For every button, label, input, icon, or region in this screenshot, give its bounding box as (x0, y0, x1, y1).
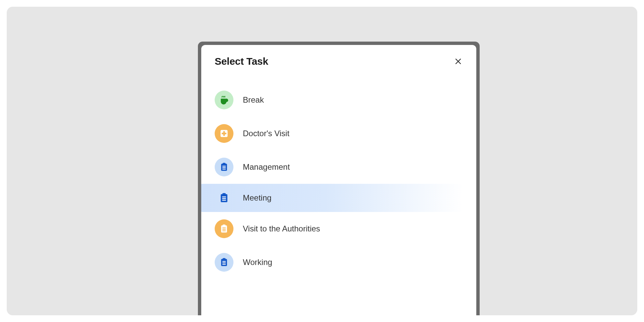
close-icon (455, 58, 462, 65)
select-task-modal: Select Task Break Doctor's Visit (201, 45, 476, 315)
task-item-break[interactable]: Break (201, 83, 476, 117)
page-canvas: Select Task Break Doctor's Visit (7, 7, 637, 315)
task-item-doctors-visit[interactable]: Doctor's Visit (201, 117, 476, 150)
svg-rect-8 (223, 163, 226, 165)
task-label: Meeting (243, 193, 271, 203)
clipboard-icon (217, 191, 231, 205)
svg-rect-23 (223, 258, 226, 260)
svg-point-2 (223, 97, 224, 98)
svg-point-3 (224, 97, 225, 98)
svg-rect-26 (222, 264, 226, 265)
task-item-working[interactable]: Working (201, 246, 476, 279)
medical-icon (215, 124, 233, 143)
task-label: Working (243, 258, 272, 267)
svg-rect-14 (222, 197, 226, 198)
clipboard-icon (215, 158, 233, 176)
svg-rect-18 (223, 225, 226, 226)
svg-rect-15 (222, 198, 226, 199)
modal-header: Select Task (201, 56, 476, 76)
svg-rect-13 (222, 193, 226, 195)
svg-rect-25 (222, 263, 226, 263)
svg-rect-16 (222, 200, 226, 201)
task-list: Break Doctor's Visit Management Meeting (201, 76, 476, 279)
task-label: Visit to the Authorities (243, 224, 320, 233)
task-item-management[interactable]: Management (201, 150, 476, 184)
clipboard-icon (215, 219, 233, 238)
svg-rect-19 (222, 227, 226, 228)
svg-rect-24 (222, 261, 226, 262)
svg-rect-10 (222, 167, 226, 168)
task-label: Break (243, 95, 264, 105)
svg-point-1 (222, 97, 223, 98)
task-item-meeting[interactable]: Meeting (201, 184, 476, 212)
clipboard-icon (215, 253, 233, 272)
svg-rect-6 (222, 133, 226, 135)
task-item-visit-authorities[interactable]: Visit to the Authorities (201, 212, 476, 246)
svg-rect-11 (222, 169, 226, 169)
svg-rect-20 (222, 229, 226, 230)
close-button[interactable] (453, 57, 463, 66)
task-label: Doctor's Visit (243, 129, 289, 138)
svg-rect-0 (221, 99, 226, 102)
modal-title: Select Task (215, 56, 268, 67)
coffee-icon (215, 91, 233, 109)
svg-rect-9 (222, 166, 226, 166)
task-label: Management (243, 162, 290, 172)
svg-rect-21 (222, 230, 226, 231)
